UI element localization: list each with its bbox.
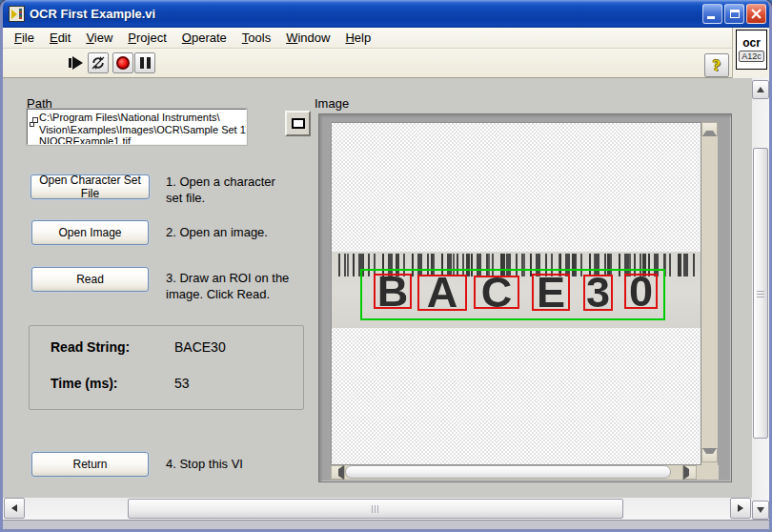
abort-button[interactable] <box>112 52 133 73</box>
image-scroll-up-button[interactable] <box>701 122 718 136</box>
image-scroll-left-button[interactable] <box>331 465 345 480</box>
ocr-char-box: B <box>374 274 412 309</box>
arrow-left-icon <box>332 465 344 480</box>
read-string-label: Read String: <box>51 339 130 355</box>
ocr-char-box: E <box>532 274 570 311</box>
instruction-step2: 2. Open an image. <box>166 224 318 240</box>
path-browse-button[interactable] <box>285 111 311 136</box>
scroll-grip <box>372 505 380 513</box>
arrow-down-icon <box>702 448 717 462</box>
maximize-icon <box>730 10 740 18</box>
arrow-left-icon <box>11 504 17 512</box>
ocr-char-row: BACE30 <box>332 252 701 328</box>
menu-window[interactable]: Window <box>278 29 337 47</box>
image-scroll-down-button[interactable] <box>701 448 718 462</box>
labview-vi-icon <box>9 6 25 22</box>
vi-icon-well: ocr A12c <box>732 28 769 78</box>
instruction-step1: 1. Open a character set file. <box>166 174 290 206</box>
run-button[interactable] <box>66 52 87 73</box>
arrow-up-icon <box>757 87 764 92</box>
pause-button[interactable] <box>134 52 155 73</box>
menu-help[interactable]: Help <box>337 29 378 47</box>
image-hscroll-thumb[interactable] <box>345 465 671 479</box>
menu-tools[interactable]: Tools <box>234 29 278 47</box>
ocr-char: B <box>377 269 409 312</box>
instruction-step3: 3. Draw an ROI on the image. Click Read. <box>166 270 309 302</box>
title-bar[interactable]: OCR First Example.vi <box>0 0 772 28</box>
results-panel: Read String: BACE30 Time (ms): 53 <box>29 325 304 410</box>
ocr-char-box: 3 <box>583 275 613 311</box>
path-input[interactable]: C:\Program Files\National Instruments\Vi… <box>27 109 247 145</box>
open-character-set-file-button[interactable]: Open Character Set File <box>30 174 150 199</box>
menu-view[interactable]: View <box>78 29 120 47</box>
run-continuously-icon <box>91 55 106 71</box>
arrow-down-icon <box>757 507 764 513</box>
vi-window: OCR First Example.vi FileEditViewProject… <box>0 0 772 532</box>
window-horizontal-scrollbar[interactable] <box>3 498 752 520</box>
return-button[interactable]: Return <box>31 452 149 477</box>
arrow-right-icon <box>738 504 743 512</box>
abort-icon <box>116 56 130 70</box>
menu-project[interactable]: Project <box>120 29 173 47</box>
arrow-up-icon <box>702 122 717 136</box>
ocr-char-box: A <box>417 275 467 311</box>
minimize-icon <box>707 16 715 19</box>
ocr-sample-image: BACE30 <box>332 252 701 328</box>
minimize-button[interactable] <box>702 4 722 24</box>
read-button[interactable]: Read <box>31 267 149 292</box>
maximize-button[interactable] <box>724 4 744 24</box>
scroll-grip <box>757 289 764 297</box>
run-icon <box>68 54 85 72</box>
window-vertical-scrollbar[interactable] <box>752 78 769 520</box>
browse-icon <box>292 118 305 129</box>
pause-icon <box>140 57 151 69</box>
window-scroll-left-button[interactable] <box>4 498 25 519</box>
window-hscroll-thumb[interactable] <box>128 499 623 519</box>
path-type-icon <box>30 122 34 127</box>
vi-connector-icon[interactable]: ocr A12c <box>736 30 767 70</box>
ocr-char: E <box>537 270 565 313</box>
window-title: OCR First Example.vi <box>30 7 701 21</box>
run-continuously-button[interactable] <box>88 52 109 73</box>
ocr-char: C <box>481 270 513 313</box>
time-value: 53 <box>174 376 190 391</box>
ocr-char: A <box>427 271 458 314</box>
help-button[interactable]: ? <box>704 53 729 77</box>
close-button[interactable] <box>746 4 766 24</box>
open-image-button[interactable]: Open Image <box>31 220 149 245</box>
image-vertical-scrollbar[interactable] <box>701 122 718 465</box>
toolbar: ? <box>3 49 769 78</box>
ocr-char: 0 <box>629 269 653 312</box>
image-label: Image <box>315 96 349 111</box>
menu-bar: FileEditViewProjectOperateToolsWindowHel… <box>3 28 769 49</box>
window-scroll-down-button[interactable] <box>752 501 769 520</box>
vi-icon-title: ocr <box>742 37 761 49</box>
window-bottom-border <box>3 520 769 529</box>
window-scroll-up-button[interactable] <box>752 80 769 99</box>
ocr-char-box: C <box>474 276 519 309</box>
path-text: C:\Program Files\National Instruments\Vi… <box>39 112 245 145</box>
menu-file[interactable]: File <box>7 29 42 47</box>
window-vscroll-thumb[interactable] <box>753 148 768 439</box>
image-horizontal-scrollbar[interactable] <box>331 465 697 480</box>
window-scroll-right-button[interactable] <box>730 498 751 519</box>
menu-operate[interactable]: Operate <box>174 29 234 47</box>
image-scrollbar-corner <box>697 465 719 480</box>
time-label: Time (ms): <box>51 376 118 391</box>
ocr-char-box: 0 <box>624 274 658 309</box>
image-viewport[interactable]: BACE30 <box>331 122 701 465</box>
close-icon <box>747 5 765 23</box>
arrow-right-icon <box>683 465 696 480</box>
image-scroll-right-button[interactable] <box>682 465 697 480</box>
menu-edit[interactable]: Edit <box>42 29 78 47</box>
vi-icon-subtitle: A12c <box>739 51 764 62</box>
image-display: BACE30 <box>318 113 732 482</box>
front-panel: Path C:\Program Files\National Instrumen… <box>3 78 752 498</box>
ocr-char: 3 <box>586 271 610 314</box>
instruction-step4: 4. Stop this VI <box>166 456 318 472</box>
read-string-value: BACE30 <box>174 339 226 355</box>
